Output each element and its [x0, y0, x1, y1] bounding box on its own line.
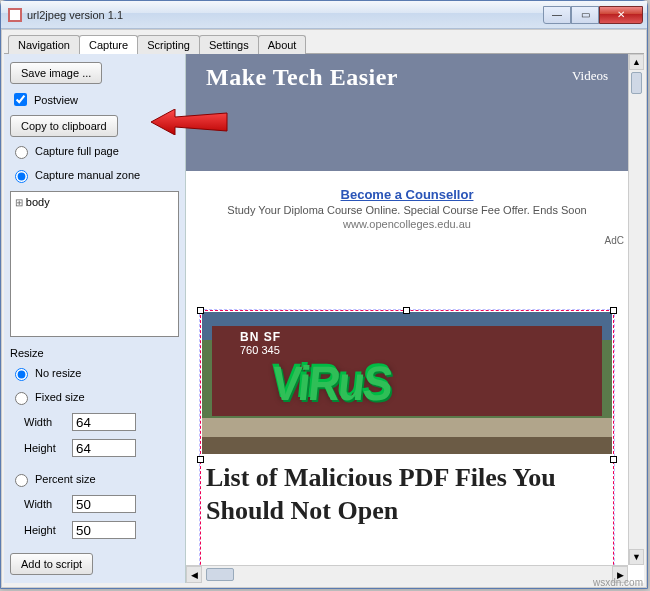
postview-label: Postview: [34, 94, 78, 106]
scroll-down-icon[interactable]: ▼: [629, 549, 644, 565]
fixed-size-input[interactable]: [15, 392, 28, 405]
scroll-up-icon[interactable]: ▲: [629, 54, 644, 70]
horizontal-scrollbar[interactable]: ◀ ▶: [186, 565, 628, 583]
site-title: Make Tech Easier: [206, 64, 398, 91]
app-icon: [7, 7, 23, 23]
capture-full-input[interactable]: [15, 146, 28, 159]
percent-size-input[interactable]: [15, 474, 28, 487]
ad-text: Study Your Diploma Course Online. Specia…: [190, 204, 624, 216]
handle-nw[interactable]: [197, 307, 204, 314]
no-resize-radio[interactable]: No resize: [10, 363, 179, 383]
percent-height-input[interactable]: [72, 521, 136, 539]
tab-about[interactable]: About: [258, 35, 307, 54]
handle-e[interactable]: [610, 456, 617, 463]
resize-label: Resize: [10, 347, 179, 359]
postview-check-input[interactable]: [14, 93, 27, 106]
site-nav-videos[interactable]: Videos: [572, 64, 608, 84]
window-title: url2jpeg version 1.1: [27, 9, 543, 21]
app-window: url2jpeg version 1.1 — ▭ ✕ Navigation Ca…: [0, 0, 648, 589]
percent-height-label: Height: [24, 524, 68, 536]
tab-scripting[interactable]: Scripting: [137, 35, 200, 54]
percent-width-label: Width: [24, 498, 68, 510]
ad-title-link[interactable]: Become a Counsellor: [341, 187, 474, 202]
preview-pane: Make Tech Easier Videos Become a Counsel…: [186, 54, 644, 583]
annotation-arrow-icon: [149, 109, 229, 135]
no-resize-label: No resize: [35, 367, 81, 379]
scroll-left-icon[interactable]: ◀: [186, 566, 202, 583]
handle-n[interactable]: [403, 307, 410, 314]
fixed-width-label: Width: [24, 416, 68, 428]
maximize-button[interactable]: ▭: [571, 6, 599, 24]
fixed-width-input[interactable]: [72, 413, 136, 431]
selection-rectangle[interactable]: [200, 310, 614, 565]
ad-tag: AdC: [605, 235, 624, 246]
fixed-height-label: Height: [24, 442, 68, 454]
no-resize-input[interactable]: [15, 368, 28, 381]
svg-rect-1: [10, 10, 20, 20]
dom-tree[interactable]: body: [10, 191, 179, 337]
tab-bar: Navigation Capture Scripting Settings Ab…: [4, 32, 644, 54]
close-button[interactable]: ✕: [599, 6, 643, 24]
add-to-script-button[interactable]: Add to script: [10, 553, 93, 575]
tab-capture[interactable]: Capture: [79, 35, 138, 54]
capture-full-radio[interactable]: Capture full page: [10, 141, 179, 161]
postview-checkbox[interactable]: Postview: [10, 88, 179, 111]
capture-manual-radio[interactable]: Capture manual zone: [10, 165, 179, 185]
percent-size-label: Percent size: [35, 473, 96, 485]
titlebar[interactable]: url2jpeg version 1.1 — ▭ ✕: [1, 1, 647, 29]
fixed-size-label: Fixed size: [35, 391, 85, 403]
minimize-button[interactable]: —: [543, 6, 571, 24]
handle-w[interactable]: [197, 456, 204, 463]
capture-manual-label: Capture manual zone: [35, 169, 140, 181]
rendered-page[interactable]: Make Tech Easier Videos Become a Counsel…: [186, 54, 628, 565]
capture-manual-input[interactable]: [15, 170, 28, 183]
ad-url: www.opencolleges.edu.au: [190, 218, 624, 230]
fixed-size-radio[interactable]: Fixed size: [10, 387, 179, 407]
ad-block: Become a Counsellor Study Your Diploma C…: [186, 171, 628, 234]
percent-size-radio[interactable]: Percent size: [10, 469, 179, 489]
percent-width-input[interactable]: [72, 495, 136, 513]
tab-settings[interactable]: Settings: [199, 35, 259, 54]
save-image-button[interactable]: Save image ...: [10, 62, 102, 84]
tab-navigation[interactable]: Navigation: [8, 35, 80, 54]
site-header: Make Tech Easier Videos: [186, 54, 628, 171]
capture-full-label: Capture full page: [35, 145, 119, 157]
fixed-height-input[interactable]: [72, 439, 136, 457]
tree-root-body[interactable]: body: [15, 196, 174, 208]
vertical-scrollbar[interactable]: ▲ ▼: [628, 54, 644, 565]
handle-ne[interactable]: [610, 307, 617, 314]
vscroll-thumb[interactable]: [631, 72, 642, 94]
watermark: wsxdn.com: [593, 577, 643, 588]
copy-to-clipboard-button[interactable]: Copy to clipboard: [10, 115, 118, 137]
hscroll-thumb[interactable]: [206, 568, 234, 581]
